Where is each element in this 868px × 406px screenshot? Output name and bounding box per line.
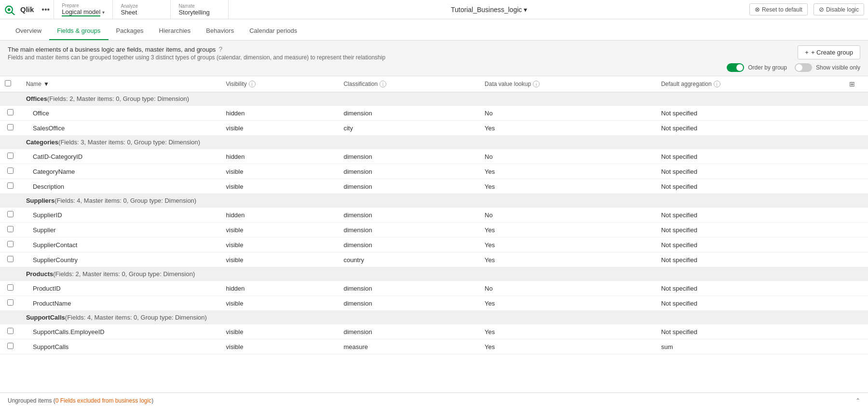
prepare-value: Logical model ▾ <box>62 8 105 16</box>
analyze-label: Analyze <box>121 3 163 9</box>
row-checkbox-cell <box>0 296 21 311</box>
group-row[interactable]: Suppliers(Fields: 4, Master items: 0, Gr… <box>0 194 868 208</box>
row-name: Supplier <box>21 223 221 238</box>
group-row[interactable]: Categories(Fields: 3, Master items: 0, G… <box>0 136 868 149</box>
row-checkbox-cell <box>0 121 21 136</box>
row-lookup: Yes <box>480 164 656 179</box>
info-bar: The main elements of a business logic ar… <box>0 41 868 76</box>
create-group-button[interactable]: + + Create group <box>798 45 860 59</box>
reset-icon: ⊗ <box>755 6 760 13</box>
fields-table: Name ▼ Visibility i Classification i <box>0 76 868 354</box>
tab-behaviors[interactable]: Behaviors <box>198 22 242 40</box>
tab-packages[interactable]: Packages <box>108 22 151 40</box>
row-checkbox[interactable] <box>7 328 14 334</box>
collapse-icon[interactable]: ⌃ <box>855 397 860 404</box>
row-name: ProductID <box>21 281 221 296</box>
row-checkbox[interactable] <box>7 284 14 291</box>
row-aggregation: Not specified <box>656 296 844 311</box>
svg-point-1 <box>8 8 11 11</box>
row-edit-cell <box>844 208 868 223</box>
row-lookup: Yes <box>480 324 656 339</box>
row-checkbox[interactable] <box>7 343 14 349</box>
group-row[interactable]: SupportCalls(Fields: 4, Master items: 0,… <box>0 311 868 324</box>
row-visibility: visible <box>221 164 339 179</box>
classification-info-icon[interactable]: i <box>380 81 386 87</box>
row-aggregation: Not specified <box>656 164 844 179</box>
row-checkbox-cell <box>0 339 21 354</box>
edit-columns-icon[interactable]: ⊞ <box>849 80 855 88</box>
aggregation-info-icon[interactable]: i <box>714 81 720 87</box>
prepare-chevron[interactable]: ▾ <box>102 10 105 15</box>
prepare-section[interactable]: Prepare Logical model ▾ <box>54 0 113 19</box>
tab-hierarchies[interactable]: Hierarchies <box>151 22 199 40</box>
row-name: SupplierID <box>21 208 221 223</box>
row-edit-cell <box>844 179 868 194</box>
row-visibility: hidden <box>221 149 339 164</box>
table-header-row: Name ▼ Visibility i Classification i <box>0 76 868 92</box>
row-checkbox[interactable] <box>7 299 14 306</box>
name-filter-icon[interactable]: ▼ <box>43 81 49 87</box>
group-meta: (Fields: 3, Master items: 0, Group type:… <box>58 139 200 146</box>
group-meta: (Fields: 4, Master items: 0, Group type:… <box>65 314 207 321</box>
group-name-cell: Categories(Fields: 3, Master items: 0, G… <box>21 136 868 149</box>
row-visibility: hidden <box>221 208 339 223</box>
visibility-info-icon[interactable]: i <box>249 81 256 87</box>
analyze-value: Sheet <box>121 9 163 16</box>
row-name: Office <box>21 106 221 121</box>
row-visibility: visible <box>221 179 339 194</box>
tab-fields-groups[interactable]: Fields & groups <box>49 22 108 40</box>
reset-to-default-button[interactable]: ⊗ Reset to default <box>749 3 808 15</box>
row-visibility: visible <box>221 296 339 311</box>
row-aggregation: Not specified <box>656 223 844 238</box>
row-aggregation: Not specified <box>656 238 844 252</box>
row-checkbox[interactable] <box>7 256 14 262</box>
row-checkbox[interactable] <box>7 182 14 189</box>
row-visibility: visible <box>221 223 339 238</box>
table-row: SupplierContact visible dimension Yes No… <box>0 238 868 252</box>
app-title-chevron[interactable]: ▾ <box>524 6 527 14</box>
row-checkbox[interactable] <box>7 109 14 115</box>
row-checkbox[interactable] <box>7 241 14 247</box>
bottom-bar: Ungrouped items ( 0 Fields excluded from… <box>0 392 868 406</box>
row-edit-cell <box>844 223 868 238</box>
disable-logic-button[interactable]: ⊘ Disable logic <box>814 3 864 15</box>
row-classification: city <box>339 121 480 136</box>
header-checkbox-col <box>0 76 21 92</box>
info-help-icon[interactable]: ? <box>218 45 222 53</box>
group-name-cell: Products(Fields: 2, Master items: 0, Gro… <box>21 267 868 281</box>
visible-toggle-slider <box>795 63 812 72</box>
select-all-checkbox[interactable] <box>5 80 11 86</box>
tab-overview[interactable]: Overview <box>8 22 49 40</box>
header-classification: Classification i <box>339 76 480 92</box>
row-checkbox[interactable] <box>7 124 14 130</box>
analyze-section[interactable]: Analyze Sheet <box>113 0 171 19</box>
order-by-group-toggle[interactable] <box>727 63 744 72</box>
row-checkbox[interactable] <box>7 226 14 232</box>
more-options-icon[interactable]: ••• <box>38 3 54 16</box>
row-classification: dimension <box>339 106 480 121</box>
row-edit-cell <box>844 121 868 136</box>
row-lookup: Yes <box>480 238 656 252</box>
narrate-section[interactable]: Narrate Storytelling <box>171 0 229 19</box>
row-checkbox[interactable] <box>7 168 14 174</box>
row-visibility: visible <box>221 324 339 339</box>
group-row[interactable]: Products(Fields: 2, Master items: 0, Gro… <box>0 267 868 281</box>
table-row: ProductID hidden dimension No Not specif… <box>0 281 868 296</box>
row-classification: dimension <box>339 238 480 252</box>
row-checkbox-cell <box>0 238 21 252</box>
show-visible-toggle[interactable] <box>795 63 812 72</box>
group-checkbox-cell <box>0 267 21 281</box>
row-visibility: hidden <box>221 281 339 296</box>
table-row: SalesOffice visible city Yes Not specifi… <box>0 121 868 136</box>
order-toggle-slider <box>727 63 744 72</box>
group-row[interactable]: Offices(Fields: 2, Master items: 0, Grou… <box>0 92 868 106</box>
lookup-info-icon[interactable]: i <box>533 81 540 87</box>
row-checkbox[interactable] <box>7 153 14 159</box>
app-title-area: Tutorial_Business_logic ▾ <box>229 6 749 14</box>
row-checkbox[interactable] <box>7 211 14 217</box>
tab-calendar-periods[interactable]: Calendar periods <box>242 22 305 40</box>
row-aggregation: Not specified <box>656 149 844 164</box>
group-meta: (Fields: 2, Master items: 0, Group type:… <box>53 270 195 278</box>
ungrouped-link[interactable]: 0 Fields excluded from business logic <box>55 397 151 404</box>
row-checkbox-cell <box>0 324 21 339</box>
